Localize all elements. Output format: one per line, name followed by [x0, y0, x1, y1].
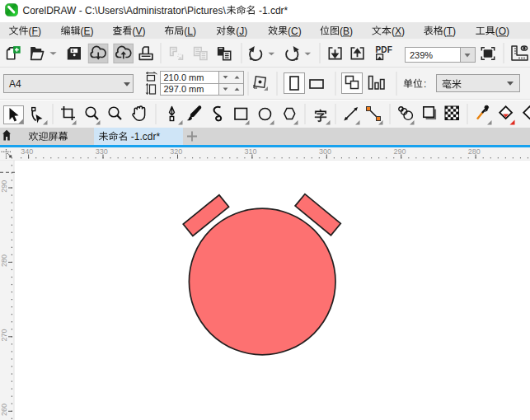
svg-text:330: 330 — [96, 147, 108, 156]
svg-text:310: 310 — [245, 147, 257, 156]
svg-text::: : — [424, 78, 426, 90]
svg-text:270: 270 — [0, 329, 8, 341]
svg-text:-1.cdr*: -1.cdr* — [131, 131, 161, 142]
svg-text:280: 280 — [0, 254, 8, 267]
svg-text:290: 290 — [0, 180, 8, 193]
svg-text:300: 300 — [319, 147, 331, 156]
svg-text:340: 340 — [21, 147, 33, 156]
svg-text:320: 320 — [170, 147, 182, 156]
svg-text:260: 260 — [0, 404, 8, 416]
svg-text:280: 280 — [468, 147, 481, 156]
svg-text:290: 290 — [393, 147, 406, 156]
